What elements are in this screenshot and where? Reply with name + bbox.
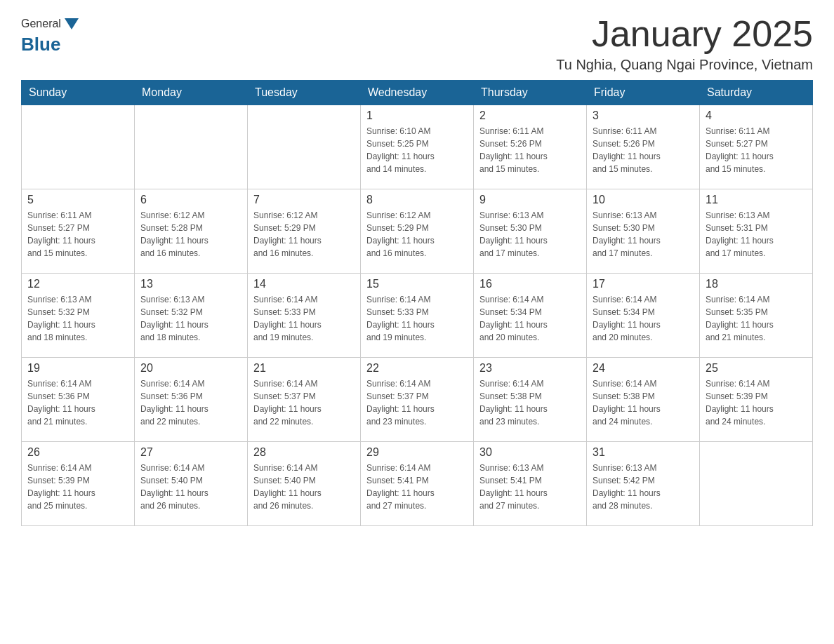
calendar-cell: 9Sunrise: 6:13 AMSunset: 5:30 PMDaylight… bbox=[474, 189, 587, 274]
calendar-cell: 2Sunrise: 6:11 AMSunset: 5:26 PMDaylight… bbox=[474, 105, 587, 189]
calendar-week-row: 19Sunrise: 6:14 AMSunset: 5:36 PMDayligh… bbox=[22, 358, 813, 442]
calendar-cell: 25Sunrise: 6:14 AMSunset: 5:39 PMDayligh… bbox=[700, 358, 813, 442]
calendar-cell bbox=[248, 105, 361, 189]
day-number: 14 bbox=[253, 278, 355, 290]
day-number: 5 bbox=[27, 194, 128, 206]
day-info: Sunrise: 6:14 AMSunset: 5:33 PMDaylight:… bbox=[366, 293, 468, 344]
calendar-week-row: 1Sunrise: 6:10 AMSunset: 5:25 PMDaylight… bbox=[22, 105, 813, 189]
calendar-week-row: 12Sunrise: 6:13 AMSunset: 5:32 PMDayligh… bbox=[22, 274, 813, 358]
calendar-cell: 19Sunrise: 6:14 AMSunset: 5:36 PMDayligh… bbox=[22, 358, 135, 442]
month-title: January 2025 bbox=[556, 14, 813, 54]
logo-general-text: General bbox=[21, 18, 61, 30]
day-info: Sunrise: 6:13 AMSunset: 5:32 PMDaylight:… bbox=[27, 293, 128, 344]
day-number: 12 bbox=[27, 278, 128, 290]
day-info: Sunrise: 6:12 AMSunset: 5:29 PMDaylight:… bbox=[366, 209, 468, 260]
calendar-cell: 12Sunrise: 6:13 AMSunset: 5:32 PMDayligh… bbox=[22, 274, 135, 358]
day-number: 10 bbox=[593, 194, 694, 206]
day-number: 4 bbox=[706, 109, 807, 122]
day-of-week-header: Thursday bbox=[474, 81, 587, 105]
day-number: 6 bbox=[140, 194, 241, 206]
day-info: Sunrise: 6:10 AMSunset: 5:25 PMDaylight:… bbox=[366, 125, 468, 175]
day-number: 17 bbox=[593, 278, 694, 290]
calendar-cell: 30Sunrise: 6:13 AMSunset: 5:41 PMDayligh… bbox=[474, 442, 587, 526]
day-of-week-header: Tuesday bbox=[248, 81, 361, 105]
day-number: 29 bbox=[366, 446, 468, 459]
day-info: Sunrise: 6:14 AMSunset: 5:36 PMDaylight:… bbox=[27, 377, 128, 428]
calendar-cell: 4Sunrise: 6:11 AMSunset: 5:27 PMDaylight… bbox=[700, 105, 813, 189]
day-info: Sunrise: 6:14 AMSunset: 5:40 PMDaylight:… bbox=[253, 462, 355, 512]
calendar-cell bbox=[700, 442, 813, 526]
day-info: Sunrise: 6:12 AMSunset: 5:29 PMDaylight:… bbox=[253, 209, 355, 260]
calendar-cell: 5Sunrise: 6:11 AMSunset: 5:27 PMDaylight… bbox=[22, 189, 135, 274]
day-number: 23 bbox=[479, 362, 581, 375]
calendar-cell: 20Sunrise: 6:14 AMSunset: 5:36 PMDayligh… bbox=[135, 358, 248, 442]
calendar-cell: 7Sunrise: 6:12 AMSunset: 5:29 PMDaylight… bbox=[248, 189, 361, 274]
day-number: 16 bbox=[479, 278, 581, 290]
day-info: Sunrise: 6:14 AMSunset: 5:35 PMDaylight:… bbox=[706, 293, 807, 344]
calendar-cell: 27Sunrise: 6:14 AMSunset: 5:40 PMDayligh… bbox=[135, 442, 248, 526]
day-info: Sunrise: 6:11 AMSunset: 5:27 PMDaylight:… bbox=[27, 209, 128, 260]
logo-blue-text: Blue bbox=[21, 34, 60, 55]
day-number: 2 bbox=[479, 109, 581, 122]
calendar-week-row: 26Sunrise: 6:14 AMSunset: 5:39 PMDayligh… bbox=[22, 442, 813, 526]
calendar-body: 1Sunrise: 6:10 AMSunset: 5:25 PMDaylight… bbox=[22, 105, 813, 526]
day-info: Sunrise: 6:14 AMSunset: 5:38 PMDaylight:… bbox=[593, 377, 694, 428]
calendar-cell: 26Sunrise: 6:14 AMSunset: 5:39 PMDayligh… bbox=[22, 442, 135, 526]
day-number: 19 bbox=[27, 362, 128, 375]
calendar-cell: 3Sunrise: 6:11 AMSunset: 5:26 PMDaylight… bbox=[587, 105, 700, 189]
calendar-cell: 1Sunrise: 6:10 AMSunset: 5:25 PMDaylight… bbox=[361, 105, 474, 189]
calendar-cell: 21Sunrise: 6:14 AMSunset: 5:37 PMDayligh… bbox=[248, 358, 361, 442]
day-of-week-header: Monday bbox=[135, 81, 248, 105]
day-info: Sunrise: 6:11 AMSunset: 5:26 PMDaylight:… bbox=[593, 125, 694, 175]
day-number: 31 bbox=[593, 446, 694, 459]
day-info: Sunrise: 6:14 AMSunset: 5:36 PMDaylight:… bbox=[140, 377, 241, 428]
calendar-cell: 13Sunrise: 6:13 AMSunset: 5:32 PMDayligh… bbox=[135, 274, 248, 358]
day-info: Sunrise: 6:14 AMSunset: 5:33 PMDaylight:… bbox=[253, 293, 355, 344]
logo-triangle-icon bbox=[62, 14, 81, 34]
day-number: 24 bbox=[593, 362, 694, 375]
day-info: Sunrise: 6:14 AMSunset: 5:37 PMDaylight:… bbox=[253, 377, 355, 428]
calendar-cell: 6Sunrise: 6:12 AMSunset: 5:28 PMDaylight… bbox=[135, 189, 248, 274]
day-info: Sunrise: 6:14 AMSunset: 5:37 PMDaylight:… bbox=[366, 377, 468, 428]
title-area: January 2025 Tu Nghia, Quang Ngai Provin… bbox=[556, 14, 813, 73]
calendar-header: SundayMondayTuesdayWednesdayThursdayFrid… bbox=[22, 81, 813, 105]
calendar-cell bbox=[135, 105, 248, 189]
day-info: Sunrise: 6:14 AMSunset: 5:34 PMDaylight:… bbox=[593, 293, 694, 344]
svg-marker-0 bbox=[65, 18, 79, 29]
calendar-cell bbox=[22, 105, 135, 189]
day-info: Sunrise: 6:13 AMSunset: 5:31 PMDaylight:… bbox=[706, 209, 807, 260]
calendar-cell: 29Sunrise: 6:14 AMSunset: 5:41 PMDayligh… bbox=[361, 442, 474, 526]
day-info: Sunrise: 6:11 AMSunset: 5:27 PMDaylight:… bbox=[706, 125, 807, 175]
days-of-week-row: SundayMondayTuesdayWednesdayThursdayFrid… bbox=[22, 81, 813, 105]
calendar-table: SundayMondayTuesdayWednesdayThursdayFrid… bbox=[21, 80, 813, 526]
day-info: Sunrise: 6:14 AMSunset: 5:38 PMDaylight:… bbox=[479, 377, 581, 428]
day-info: Sunrise: 6:13 AMSunset: 5:32 PMDaylight:… bbox=[140, 293, 241, 344]
day-of-week-header: Sunday bbox=[22, 81, 135, 105]
day-info: Sunrise: 6:11 AMSunset: 5:26 PMDaylight:… bbox=[479, 125, 581, 175]
day-number: 9 bbox=[479, 194, 581, 206]
day-info: Sunrise: 6:12 AMSunset: 5:28 PMDaylight:… bbox=[140, 209, 241, 260]
day-info: Sunrise: 6:14 AMSunset: 5:41 PMDaylight:… bbox=[366, 462, 468, 512]
day-number: 8 bbox=[366, 194, 468, 206]
day-number: 7 bbox=[253, 194, 355, 206]
calendar-cell: 28Sunrise: 6:14 AMSunset: 5:40 PMDayligh… bbox=[248, 442, 361, 526]
day-number: 27 bbox=[140, 446, 241, 459]
logo: General Blue bbox=[21, 14, 82, 55]
calendar-cell: 11Sunrise: 6:13 AMSunset: 5:31 PMDayligh… bbox=[700, 189, 813, 274]
day-info: Sunrise: 6:13 AMSunset: 5:30 PMDaylight:… bbox=[593, 209, 694, 260]
day-number: 18 bbox=[706, 278, 807, 290]
day-info: Sunrise: 6:14 AMSunset: 5:40 PMDaylight:… bbox=[140, 462, 241, 512]
calendar-cell: 24Sunrise: 6:14 AMSunset: 5:38 PMDayligh… bbox=[587, 358, 700, 442]
day-of-week-header: Saturday bbox=[700, 81, 813, 105]
day-info: Sunrise: 6:14 AMSunset: 5:34 PMDaylight:… bbox=[479, 293, 581, 344]
calendar-cell: 16Sunrise: 6:14 AMSunset: 5:34 PMDayligh… bbox=[474, 274, 587, 358]
day-number: 25 bbox=[706, 362, 807, 375]
calendar-cell: 17Sunrise: 6:14 AMSunset: 5:34 PMDayligh… bbox=[587, 274, 700, 358]
calendar-cell: 31Sunrise: 6:13 AMSunset: 5:42 PMDayligh… bbox=[587, 442, 700, 526]
day-info: Sunrise: 6:13 AMSunset: 5:41 PMDaylight:… bbox=[479, 462, 581, 512]
day-info: Sunrise: 6:14 AMSunset: 5:39 PMDaylight:… bbox=[27, 462, 128, 512]
day-number: 30 bbox=[479, 446, 581, 459]
day-number: 28 bbox=[253, 446, 355, 459]
calendar-week-row: 5Sunrise: 6:11 AMSunset: 5:27 PMDaylight… bbox=[22, 189, 813, 274]
calendar-cell: 18Sunrise: 6:14 AMSunset: 5:35 PMDayligh… bbox=[700, 274, 813, 358]
